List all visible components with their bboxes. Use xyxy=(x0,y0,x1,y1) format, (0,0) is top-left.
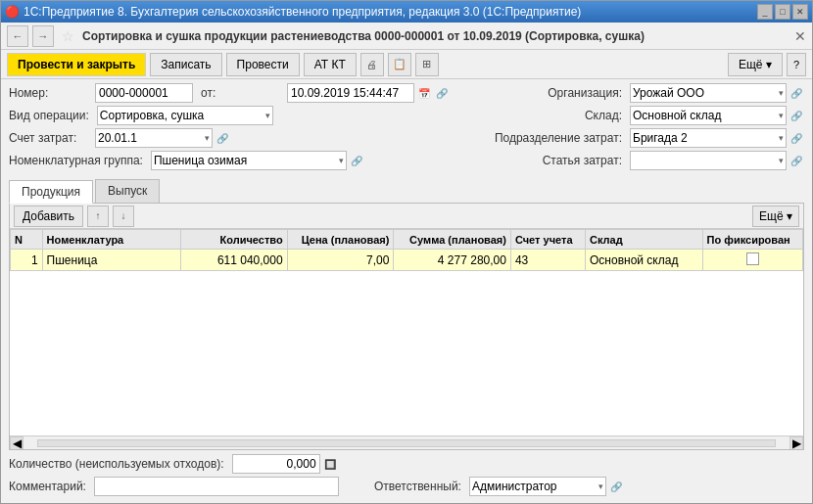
scroll-left-button[interactable]: ◀ xyxy=(10,436,24,450)
vid-value: Сортировка, сушка xyxy=(100,109,204,122)
doc-close-button[interactable]: ✕ xyxy=(794,28,806,44)
scroll-track[interactable] xyxy=(37,439,776,447)
at-kt-button[interactable]: АТ КТ xyxy=(304,53,357,76)
bottom-area: Количество (неиспользуемых отходов): 🔲 К… xyxy=(1,450,812,503)
sklad-value: Основной склад xyxy=(633,109,721,122)
nomer-label: Номер: xyxy=(9,86,87,100)
vid-field-group: Сортировка, сушка ▾ xyxy=(97,106,273,125)
post-close-button[interactable]: Провести и закрыть xyxy=(7,53,146,76)
move-down-button[interactable]: ↓ xyxy=(113,206,134,227)
statya-select[interactable]: ▾ xyxy=(630,151,787,170)
save-button[interactable]: Записать xyxy=(150,53,221,76)
form-row-1: Номер: от: 📅 🔗 Организация: Урожай ООО ▾… xyxy=(9,83,804,103)
tab-products[interactable]: Продукция xyxy=(9,180,93,204)
tab-output[interactable]: Выпуск xyxy=(95,179,160,203)
org-link-icon[interactable]: 🔗 xyxy=(789,85,804,101)
col-fix: По фиксирован xyxy=(702,230,802,250)
date-link-icon[interactable]: 🔗 xyxy=(434,85,450,101)
calendar-icon[interactable]: 📅 xyxy=(416,85,432,101)
cell-schet: 43 xyxy=(510,250,585,271)
nomen-link-icon[interactable]: 🔗 xyxy=(349,153,364,168)
podraz-dropdown-icon: ▾ xyxy=(779,133,784,143)
minimize-button[interactable]: _ xyxy=(757,4,773,20)
close-button[interactable]: ✕ xyxy=(792,4,808,20)
cell-cena: 7,00 xyxy=(287,250,394,271)
statya-link-icon[interactable]: 🔗 xyxy=(789,153,804,168)
help-button[interactable]: ? xyxy=(787,53,806,76)
org-field-group: Урожай ООО ▾ 🔗 xyxy=(630,83,804,103)
cell-kol: 611 040,000 xyxy=(180,250,287,271)
table-button[interactable]: ⊞ xyxy=(415,53,439,76)
tabs-area: Продукция Выпуск xyxy=(1,177,812,203)
back-button[interactable]: ← xyxy=(7,25,28,47)
otvetstvennyy-value: Администратор xyxy=(472,480,557,493)
table-more-button[interactable]: Ещё ▾ xyxy=(752,206,799,227)
bottom-row-1: Количество (неиспользуемых отходов): 🔲 xyxy=(9,454,804,474)
horizontal-scrollbar[interactable]: ◀ ▶ xyxy=(10,435,803,449)
date-input[interactable] xyxy=(287,83,414,103)
forward-button[interactable]: → xyxy=(32,25,54,47)
otvetstvennyy-select[interactable]: Администратор ▾ xyxy=(469,477,606,496)
copy-button[interactable]: 📋 xyxy=(388,53,411,76)
table-scroll[interactable]: N Номенклатура Количество Цена (плановая… xyxy=(10,229,803,435)
nomer-input[interactable] xyxy=(95,83,193,103)
cell-sklad: Основной склад xyxy=(586,250,703,271)
table-toolbar: Добавить ↑ ↓ Ещё ▾ xyxy=(10,204,803,229)
col-cena: Цена (плановая) xyxy=(287,230,394,250)
kolichestvo-group: 🔲 xyxy=(232,454,338,474)
action-toolbar: Провести и закрыть Записать Провести АТ … xyxy=(1,50,812,79)
kolichestvo-icon: 🔲 xyxy=(322,456,338,472)
title-bar-controls: _ □ ✕ xyxy=(757,4,808,20)
scroll-right-button[interactable]: ▶ xyxy=(789,436,803,450)
post-button[interactable]: Провести xyxy=(226,53,300,76)
date-group: 📅 🔗 xyxy=(287,83,450,103)
bottom-row-2: Комментарий: Ответственный: Администрато… xyxy=(9,477,804,496)
statya-dropdown-icon: ▾ xyxy=(779,156,784,165)
maximize-button[interactable]: □ xyxy=(775,4,790,20)
org-select[interactable]: Урожай ООО ▾ xyxy=(630,83,787,103)
sklad-select[interactable]: Основной склад ▾ xyxy=(630,106,787,125)
cell-summa: 4 277 280,00 xyxy=(394,250,511,271)
schet-value: 20.01.1 xyxy=(98,131,137,145)
kommentariy-input[interactable] xyxy=(94,477,339,496)
schet-field-group: 20.01.1 ▾ 🔗 xyxy=(95,128,230,148)
document-title: Сортировка и сушка продукции растениевод… xyxy=(82,29,787,43)
kommentariy-label: Комментарий: xyxy=(9,480,86,493)
schet-select[interactable]: 20.01.1 ▾ xyxy=(95,128,213,148)
cell-fix[interactable] xyxy=(702,250,802,271)
otvetstvennyy-link-icon[interactable]: 🔗 xyxy=(608,479,624,494)
more-button[interactable]: Ещё ▾ xyxy=(728,53,783,76)
fix-checkbox[interactable] xyxy=(746,252,759,265)
data-table: N Номенклатура Количество Цена (плановая… xyxy=(10,229,803,271)
podraz-label: Подразделение затрат: xyxy=(495,131,622,145)
otvetstvennyy-label: Ответственный: xyxy=(374,480,461,493)
sklad-dropdown-icon: ▾ xyxy=(779,111,784,120)
statya-label: Статья затрат: xyxy=(543,154,622,167)
cell-n: 1 xyxy=(11,250,43,271)
form-row-2: Вид операции: Сортировка, сушка ▾ Склад:… xyxy=(9,106,804,125)
podraz-select[interactable]: Бригада 2 ▾ xyxy=(630,128,787,148)
print-button[interactable]: 🖨 xyxy=(360,53,384,76)
statya-field-group: ▾ 🔗 xyxy=(630,151,804,170)
nomen-field-group: Пшеница озимая ▾ 🔗 xyxy=(151,151,364,170)
form-row-4: Номенклатурная группа: Пшеница озимая ▾ … xyxy=(9,151,804,170)
move-up-button[interactable]: ↑ xyxy=(87,206,109,227)
otvetstvennyy-group: Администратор ▾ 🔗 xyxy=(469,477,624,496)
vid-dropdown-icon: ▾ xyxy=(265,111,270,120)
schet-link-icon[interactable]: 🔗 xyxy=(215,130,230,146)
favorite-icon[interactable]: ☆ xyxy=(62,28,74,44)
nomen-select[interactable]: Пшеница озимая ▾ xyxy=(151,151,347,170)
nomen-value: Пшеница озимая xyxy=(154,154,247,167)
podraz-field-group: Бригада 2 ▾ 🔗 xyxy=(630,128,804,148)
title-bar: 🔴 1С:Предприятие 8. Бухгалтерия сельскох… xyxy=(1,1,812,23)
schet-label: Счет затрат: xyxy=(9,131,87,145)
sklad-link-icon[interactable]: 🔗 xyxy=(789,108,804,123)
kolichestvo-input[interactable] xyxy=(232,454,320,474)
vid-label: Вид операции: xyxy=(9,109,89,122)
vid-select[interactable]: Сортировка, сушка ▾ xyxy=(97,106,273,125)
podraz-link-icon[interactable]: 🔗 xyxy=(789,130,804,146)
title-bar-text: 1С:Предприятие 8. Бухгалтерия сельскохоз… xyxy=(24,5,757,19)
add-button[interactable]: Добавить xyxy=(14,206,83,227)
nomen-label: Номенклатурная группа: xyxy=(9,154,143,167)
table-row[interactable]: 1 Пшеница 611 040,000 7,00 4 277 280,00 … xyxy=(11,250,803,271)
